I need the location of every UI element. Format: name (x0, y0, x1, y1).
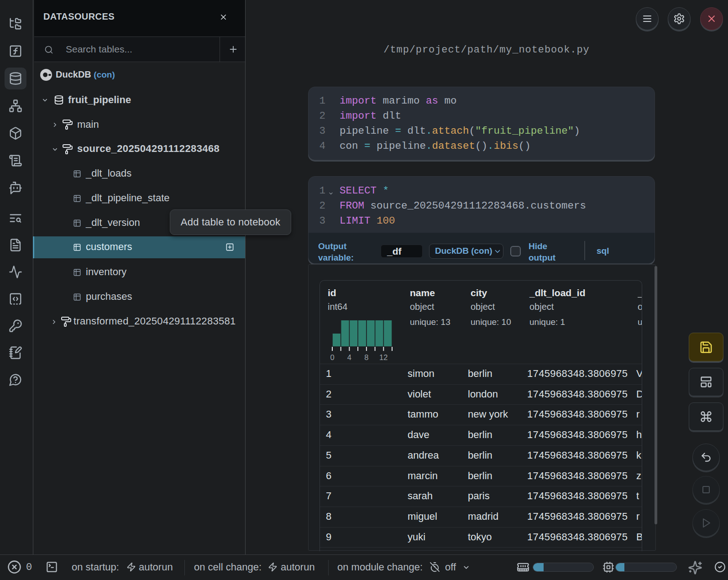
svg-text:4: 4 (347, 353, 351, 361)
svg-text:12: 12 (379, 353, 388, 361)
svg-text:0: 0 (330, 353, 334, 361)
svg-text:8: 8 (364, 353, 368, 361)
